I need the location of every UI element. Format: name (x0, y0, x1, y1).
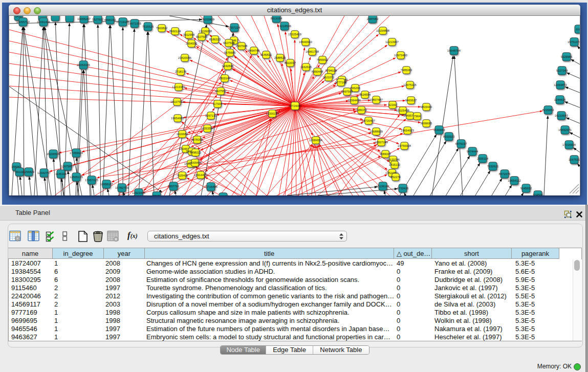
svg-text:9427552: 9427552 (215, 90, 227, 93)
svg-text:15720407: 15720407 (362, 119, 375, 122)
svg-text:8660124: 8660124 (169, 30, 181, 33)
svg-text:3624554: 3624554 (359, 93, 371, 96)
svg-text:62160: 62160 (388, 103, 397, 106)
svg-text:7964: 7964 (414, 115, 421, 118)
svg-text:9777169: 9777169 (335, 81, 347, 84)
svg-text:12342757: 12342757 (37, 171, 51, 174)
svg-text:9699695: 9699695 (421, 122, 432, 125)
svg-text:9227349: 9227349 (556, 69, 568, 72)
svg-text:2803144: 2803144 (219, 77, 231, 80)
svg-text:20053346: 20053346 (77, 63, 90, 67)
svg-text:18807249: 18807249 (375, 141, 388, 144)
svg-text:1162615: 1162615 (300, 65, 312, 69)
svg-text:3267130: 3267130 (205, 114, 217, 117)
svg-text:1621072: 1621072 (323, 76, 335, 79)
svg-text:10807487: 10807487 (369, 98, 383, 101)
svg-text:1640954: 1640954 (433, 128, 445, 132)
svg-text:8813054: 8813054 (271, 17, 282, 20)
svg-text:14055717: 14055717 (16, 20, 30, 24)
svg-text:16648784: 16648784 (447, 49, 461, 52)
svg-text:10655267: 10655267 (77, 17, 91, 20)
svg-text:12213383: 12213383 (172, 85, 185, 89)
svg-text:13226058: 13226058 (199, 30, 212, 33)
svg-text:8471676: 8471676 (499, 172, 511, 176)
svg-text:9794028: 9794028 (325, 69, 337, 72)
svg-text:6466160: 6466160 (104, 18, 116, 21)
svg-text:5498222: 5498222 (190, 151, 202, 154)
svg-text:8215953: 8215953 (542, 108, 554, 112)
svg-text:19756928: 19756928 (398, 144, 411, 147)
svg-text:10654112: 10654112 (508, 179, 520, 182)
svg-text:2588520: 2588520 (274, 56, 286, 59)
svg-text:9084007: 9084007 (380, 152, 391, 156)
svg-text:20091406: 20091406 (37, 20, 50, 24)
svg-text:16210643: 16210643 (555, 114, 568, 117)
svg-text:23420046: 23420046 (178, 56, 191, 59)
svg-text:746266: 746266 (350, 86, 360, 90)
svg-text:1167531: 1167531 (569, 158, 580, 161)
svg-text:6879197: 6879197 (455, 142, 467, 145)
svg-text:7515526: 7515526 (142, 25, 154, 28)
svg-text:1145194: 1145194 (55, 172, 67, 176)
svg-text:9329966: 9329966 (561, 55, 573, 58)
svg-text:15300273: 15300273 (266, 112, 279, 115)
svg-text:9474444: 9474444 (467, 150, 478, 153)
svg-text:9815440: 9815440 (421, 105, 432, 108)
svg-text:12213967: 12213967 (385, 40, 399, 43)
svg-text:16640910: 16640910 (299, 40, 312, 43)
svg-text:16782759: 16782759 (115, 186, 128, 189)
svg-text:9245: 9245 (154, 194, 160, 195)
svg-text:10973493: 10973493 (394, 54, 407, 57)
svg-text:8454749: 8454749 (248, 49, 260, 52)
svg-text:1156829: 1156829 (23, 170, 34, 173)
svg-text:1527602: 1527602 (92, 18, 104, 21)
svg-text:8990448: 8990448 (312, 70, 323, 73)
svg-text:7485063: 7485063 (401, 69, 412, 72)
svg-text:7955812: 7955812 (317, 58, 329, 61)
svg-text:16671355: 16671355 (128, 22, 141, 25)
svg-text:15692971: 15692971 (558, 128, 572, 132)
svg-text:14009489: 14009489 (188, 161, 202, 164)
svg-text:15325419: 15325419 (288, 33, 301, 36)
svg-text:5678352: 5678352 (191, 138, 203, 141)
svg-text:7386372: 7386372 (356, 108, 367, 112)
svg-text:9857791: 9857791 (168, 185, 180, 188)
svg-text:20206506: 20206506 (47, 152, 60, 156)
svg-text:17957225: 17957225 (85, 179, 98, 182)
svg-text:12923448: 12923448 (132, 191, 145, 194)
svg-text:10719185: 10719185 (116, 20, 129, 24)
svg-text:16033809: 16033809 (201, 18, 214, 21)
svg-text:10154808: 10154808 (376, 29, 389, 32)
svg-text:1815132: 1815132 (389, 163, 401, 166)
svg-text:19654985: 19654985 (171, 117, 184, 120)
svg-text:1117: 1117 (576, 28, 580, 31)
svg-text:9242848: 9242848 (222, 64, 234, 68)
svg-text:10958187: 10958187 (100, 183, 113, 186)
svg-text:924506: 924506 (533, 193, 542, 195)
svg-text:252274: 252274 (390, 176, 401, 179)
svg-text:117006: 117006 (213, 102, 223, 105)
svg-text:16961758: 16961758 (306, 50, 319, 53)
svg-text:17359924: 17359924 (70, 151, 83, 155)
svg-text:3912954: 3912954 (183, 33, 195, 36)
svg-text:18724007: 18724007 (289, 104, 302, 107)
svg-text:39119: 39119 (15, 170, 24, 173)
svg-text:7625402: 7625402 (177, 174, 188, 177)
svg-text:2087682: 2087682 (367, 17, 379, 20)
svg-text:15136141: 15136141 (376, 185, 389, 188)
svg-text:2718176: 2718176 (175, 70, 187, 73)
svg-text:2935114: 2935114 (477, 157, 489, 160)
svg-text:9327508: 9327508 (223, 41, 235, 45)
svg-text:19218506: 19218506 (278, 25, 291, 28)
svg-text:7357224: 7357224 (229, 26, 241, 29)
svg-text:8933923: 8933923 (443, 135, 455, 138)
svg-text:7632621: 7632621 (487, 165, 499, 168)
svg-text:12093872: 12093872 (554, 83, 567, 86)
svg-text:6497568: 6497568 (341, 90, 353, 93)
svg-text:1654936: 1654936 (186, 42, 198, 45)
svg-text:15716485: 15716485 (204, 185, 217, 188)
svg-text:1244415: 1244415 (554, 98, 566, 101)
svg-text:11353594: 11353594 (201, 127, 214, 130)
svg-text:16914479: 16914479 (194, 173, 207, 177)
svg-text:8322037: 8322037 (285, 61, 296, 64)
